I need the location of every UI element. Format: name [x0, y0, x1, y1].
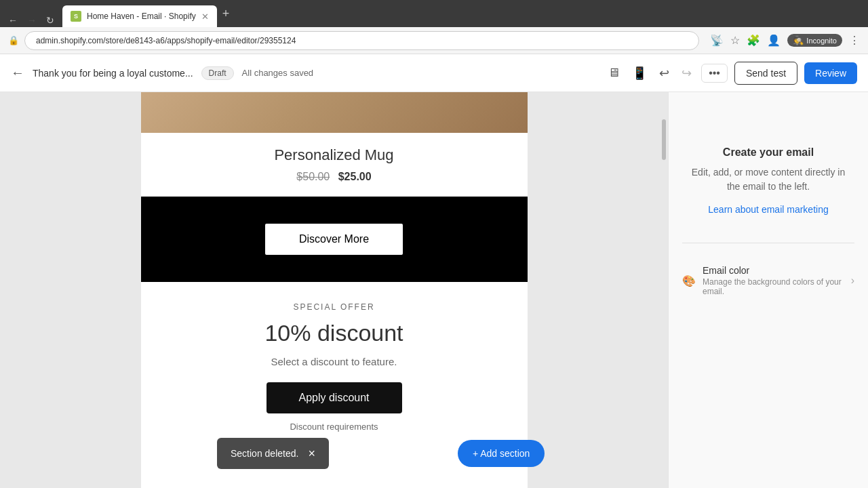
address-bar: 🔒 admin.shopify.com/store/de8143-a6/apps…: [0, 27, 868, 54]
main-layout: Personalized Mug $50.00 $25.00 Discover …: [0, 92, 868, 488]
nav-forward[interactable]: →: [24, 14, 39, 27]
toast-container: Section deleted. × + Add section: [217, 438, 545, 469]
discover-more-button[interactable]: Discover More: [265, 224, 403, 255]
browser-menu-icon[interactable]: ⋮: [849, 34, 860, 47]
more-options-btn[interactable]: •••: [701, 64, 728, 83]
select-discount-text: Select a discount to feature.: [155, 356, 514, 367]
header-icons: 🖥 📱 ↩ ↪ ••• Send test Review: [605, 62, 857, 85]
email-color-desc: Manage the background colors of your ema…: [703, 277, 851, 296]
apply-discount-button[interactable]: Apply discount: [267, 382, 402, 413]
draft-badge[interactable]: Draft: [201, 66, 234, 80]
app-header: ← Thank you for being a loyal custome...…: [0, 54, 868, 92]
scrollbar-thumb[interactable]: [662, 119, 666, 160]
address-right-icons: 📡 ☆ 🧩 👤 🕵️ Incognito ⋮: [710, 34, 860, 47]
refresh-btn[interactable]: ↻: [43, 14, 57, 27]
sidebar: Create your email Edit, add, or move con…: [668, 92, 868, 488]
hero-image: [141, 92, 528, 133]
tab-title: Home Haven - Email · Shopify: [87, 12, 196, 21]
browser-tab[interactable]: S Home Haven - Email · Shopify ✕: [62, 5, 217, 27]
email-color-item[interactable]: 🎨 Email color Manage the background colo…: [682, 257, 854, 304]
email-color-content: Email color Manage the background colors…: [703, 265, 851, 296]
undo-btn[interactable]: ↩: [656, 63, 672, 83]
price-original: $50.00: [296, 171, 330, 182]
browser-tab-bar: ← → ↻ S Home Haven - Email · Shopify ✕ +: [0, 0, 868, 27]
tab-favicon: S: [71, 11, 81, 22]
product-pricing: $50.00 $25.00: [155, 171, 514, 183]
toast-close-button[interactable]: ×: [308, 447, 315, 460]
price-discounted: $25.00: [338, 171, 372, 182]
tab-close-icon[interactable]: ✕: [201, 12, 209, 22]
scrollbar-track: [660, 92, 668, 488]
desktop-view-btn[interactable]: 🖥: [605, 63, 623, 83]
review-button[interactable]: Review: [804, 62, 857, 84]
extensions-icon[interactable]: 🧩: [747, 34, 760, 47]
discover-section[interactable]: Discover More: [141, 197, 528, 282]
email-title: Thank you for being a loyal custome...: [33, 68, 193, 79]
email-color-title: Email color: [703, 265, 851, 276]
profile-icon[interactable]: 👤: [767, 34, 781, 47]
security-icon: 🔒: [8, 35, 19, 45]
nav-back[interactable]: ←: [5, 14, 20, 27]
mobile-view-btn[interactable]: 📱: [629, 63, 650, 83]
create-email-title: Create your email: [689, 146, 848, 159]
bookmark-icon[interactable]: ☆: [730, 34, 740, 47]
learn-link[interactable]: Learn about email marketing: [708, 204, 828, 215]
editor-area[interactable]: Personalized Mug $50.00 $25.00 Discover …: [0, 92, 668, 488]
special-offer-section[interactable]: SPECIAL OFFER 10% discount Select a disc…: [141, 282, 528, 445]
discount-title: 10% discount: [155, 320, 514, 346]
saved-status: All changes saved: [242, 68, 314, 78]
create-email-section: Create your email Edit, add, or move con…: [682, 106, 854, 229]
incognito-badge: 🕵️ Incognito: [787, 34, 842, 47]
toast-message: Section deleted.: [231, 448, 298, 459]
product-section[interactable]: Personalized Mug $50.00 $25.00: [141, 133, 528, 197]
send-test-button[interactable]: Send test: [734, 62, 797, 85]
back-button[interactable]: ←: [11, 65, 24, 81]
section-deleted-toast: Section deleted. ×: [217, 438, 329, 469]
redo-btn[interactable]: ↪: [679, 63, 694, 83]
discount-requirements: Discount requirements: [155, 422, 514, 432]
cast-icon[interactable]: 📡: [710, 34, 724, 47]
email-container: Personalized Mug $50.00 $25.00 Discover …: [141, 92, 528, 488]
chevron-right-icon: ›: [851, 274, 854, 287]
color-icon: 🎨: [682, 274, 696, 287]
add-section-button[interactable]: + Add section: [458, 440, 545, 467]
address-input[interactable]: admin.shopify.com/store/de8143-a6/apps/s…: [24, 31, 699, 50]
special-offer-label: SPECIAL OFFER: [155, 302, 514, 312]
sidebar-divider: [682, 243, 854, 243]
product-name: Personalized Mug: [155, 146, 514, 164]
new-tab-btn[interactable]: +: [217, 7, 235, 21]
create-email-desc: Edit, add, or move content directly in t…: [689, 165, 848, 194]
